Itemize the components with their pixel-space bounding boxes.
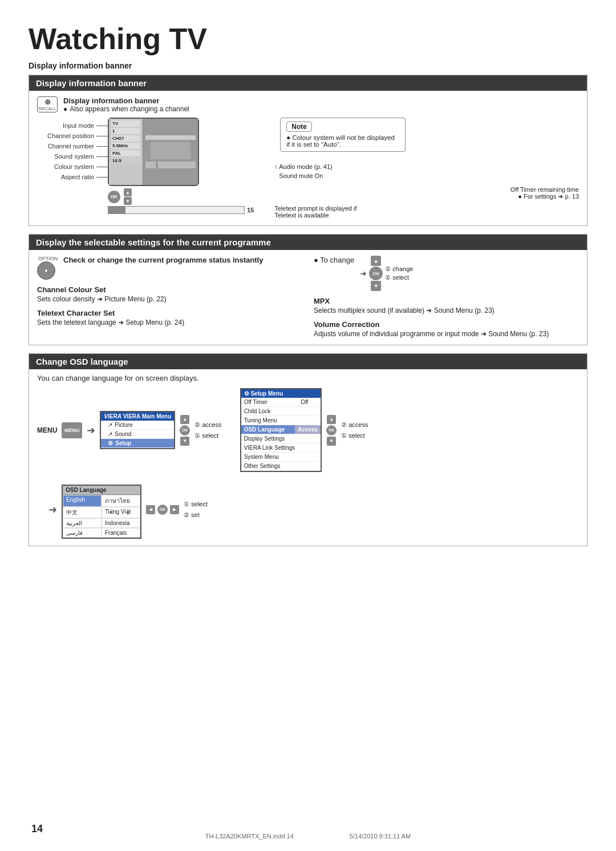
nav-up[interactable]: ▲ [371, 256, 381, 266]
ok-button-small[interactable]: OK [108, 191, 120, 203]
lang-indonesia[interactable]: Indonesia [102, 518, 140, 528]
section3-content: You can change language for on screen di… [29, 369, 587, 546]
osd-flow-row1: MENU MENU ➜ VIERA VIERA Main Menu ↗Pictu… [37, 388, 579, 472]
sound-system-label: Sound system [37, 153, 108, 160]
tv-val-ch: CH07 [111, 135, 140, 142]
right-side-info: Note ● Colour system will not be display… [263, 118, 579, 219]
diagram-main: Input mode Channel position Channel numb… [37, 118, 579, 219]
lang-thai[interactable]: ภาษาไทย [102, 495, 140, 507]
settings-two-col: OPTION ● Check or change the current pro… [37, 256, 579, 338]
viera-item-setup: ⚙Setup [101, 439, 174, 448]
teletext-char-desc: Sets the teletext language ➜ Setup Menu … [37, 318, 302, 326]
lang-chinese[interactable]: 中文 [63, 507, 102, 518]
section2-content: OPTION ● Check or change the current pro… [29, 250, 587, 345]
menu-button[interactable]: MENU [62, 422, 82, 438]
section3-header: Change OSD language [29, 354, 587, 369]
progress-value: 15 [247, 207, 254, 213]
setup-row-other: Other Settings [241, 462, 321, 471]
nav-lr-step3: ◀ OK ▶ [146, 505, 179, 515]
setup-row-viera: VIERA Link Settings [241, 443, 321, 453]
lang-french[interactable]: Français [102, 528, 140, 538]
input-mode-label: Input mode [37, 122, 108, 129]
tv-screen-area [143, 119, 198, 185]
step1-ok[interactable]: OK [180, 425, 190, 435]
osd-lang-grid: English ภาษาไทย 中文 Tiếng Việt العربية In… [63, 495, 140, 538]
section1-box: Display information banner ⊕ RECALL Disp… [29, 75, 587, 226]
page-number: 14 [31, 823, 43, 835]
ok-circle-nav[interactable]: OK [369, 267, 383, 280]
mpx-title: MPX [314, 297, 579, 305]
banner-description: Display information banner ●Also appears… [63, 96, 579, 113]
step2-up[interactable]: ▲ [327, 415, 336, 424]
note-box: Note ● Colour system will not be display… [280, 118, 406, 152]
osd-flow-row2: ➜ OSD Language English ภาษาไทย 中文 Tiếng … [48, 480, 579, 539]
tv-val-colour: PAL [111, 150, 140, 156]
osd-intro: You can change language for on screen di… [37, 374, 579, 382]
lang-arabic[interactable]: العربية [63, 518, 102, 528]
right-arrow-indicator: ➜ [360, 269, 367, 278]
step3-ok[interactable]: OK [157, 505, 168, 515]
off-timer-label: Off Timer remaining time ● For settings … [274, 186, 579, 200]
step1-up[interactable]: ▲ [180, 415, 189, 424]
setup-menu-box: ⚙ Setup Menu Off Timer Off Child Lock Tu… [240, 388, 322, 472]
option-row: OPTION ● Check or change the current pro… [37, 256, 302, 280]
channel-position-label: Channel position [37, 132, 108, 139]
nav-arrows-step1: ▲ OK ▼ [180, 415, 190, 446]
feature-volume: Volume Correction Adjusts volume of indi… [314, 320, 579, 338]
recall-icon: ⊕ RECALL [37, 96, 58, 112]
tv-labels-and-screen: Input mode Channel position Channel numb… [37, 118, 254, 214]
option-icon: ● [37, 261, 55, 280]
tv-below-controls: OK ▲ ▼ [108, 188, 254, 205]
step1-down[interactable]: ▼ [180, 437, 189, 446]
down-arrow[interactable]: ▼ [124, 197, 132, 205]
arrow-to-viera: ➜ [87, 424, 95, 437]
lang-farsi[interactable]: فارسی [63, 528, 102, 538]
lang-english[interactable]: English [63, 495, 102, 507]
channel-colour-desc: Sets colour density ➜ Picture Menu (p. 2… [37, 295, 302, 303]
step3-labels: ① select ② set [184, 501, 208, 519]
teletext-char-title: Teletext Character Set [37, 309, 302, 317]
step2-down[interactable]: ▼ [327, 437, 336, 446]
viera-item-picture: ↗Picture [101, 421, 174, 430]
tv-val-pos: 1 [111, 128, 140, 134]
tv-mockup: TV 1 CH07 5.5MHz PAL 16:9 [108, 118, 199, 186]
audio-mode-label: ↑ Audio mode (p. 41) [274, 163, 579, 170]
step2-labels: ② access ① select [341, 421, 368, 439]
lang-vietnamese[interactable]: Tiếng Việt [102, 507, 140, 518]
osd-lang-title: OSD Language [63, 486, 140, 495]
label-column: Input mode Channel position Channel numb… [37, 122, 108, 182]
progress-bar-row: 15 [108, 206, 254, 214]
step3-left[interactable]: ◀ [146, 505, 155, 514]
up-arrow[interactable]: ▲ [124, 188, 132, 196]
check-change-desc: Check or change the current programme st… [63, 256, 263, 264]
to-change-row: ● To change ➜ ▲ OK ▼ ② change ① sel [314, 256, 579, 291]
volume-desc: Adjusts volume of individual programme o… [314, 330, 579, 338]
step3-right[interactable]: ▶ [170, 505, 179, 514]
section1-header: Display information banner [29, 75, 587, 91]
setup-menu-title: ⚙ Setup Menu [241, 389, 321, 398]
banner-title: Display information banner [63, 96, 579, 105]
option-icon-wrap: OPTION ● [37, 256, 59, 280]
tv-val-aspect: 16:9 [111, 158, 140, 164]
banner-subtitle: ●Also appears when changing a channel [63, 105, 579, 113]
mpx-desc: Selects multiplex sound (if available) ➜… [314, 306, 579, 314]
viera-menu-box: VIERA VIERA Main Menu ↗Picture ↗Sound ⚙S… [100, 411, 175, 449]
channel-colour-title: Channel Colour Set [37, 285, 302, 294]
page-title: Watching TV [29, 23, 587, 55]
feature-channel-colour: Channel Colour Set Sets colour density ➜… [37, 285, 302, 303]
section3-box: Change OSD language You can change langu… [29, 353, 587, 546]
note-title: Note [286, 122, 312, 132]
colour-system-label: Colour system [37, 163, 108, 170]
section1-content: ⊕ RECALL Display information banner ●Als… [29, 91, 587, 225]
tv-info-panel: TV 1 CH07 5.5MHz PAL 16:9 [109, 119, 143, 185]
banner-top-row: ⊕ RECALL Display information banner ●Als… [37, 96, 579, 113]
setup-row-system: System Menu [241, 453, 321, 462]
nav-down[interactable]: ▼ [371, 281, 381, 291]
tv-screen-column: TV 1 CH07 5.5MHz PAL 16:9 [108, 118, 254, 214]
footer-info: TH-L32A20KMRTX_EN.indd 14 5/14/2010 9:31… [205, 833, 411, 840]
step2-ok[interactable]: OK [326, 425, 337, 435]
other-useful-functions-label: Display information banner [29, 61, 587, 70]
arrow-nav-group: ➜ ▲ OK ▼ ② change ① select [360, 256, 413, 291]
arrow-to-osd-lang: ➜ [48, 503, 57, 516]
tv-val-input: TV [111, 120, 140, 127]
